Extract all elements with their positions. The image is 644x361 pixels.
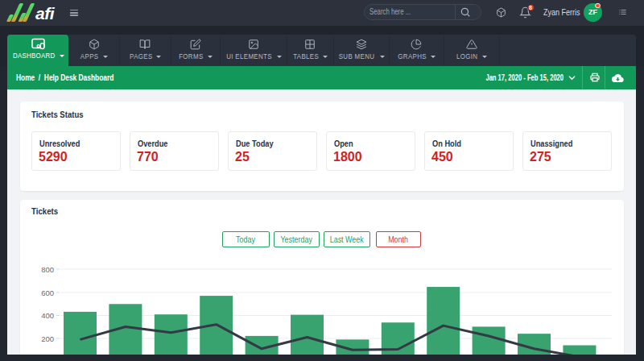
svg-text:400: 400 (41, 311, 54, 320)
svg-text:200: 200 (41, 334, 54, 343)
svg-text:800: 800 (41, 265, 54, 274)
svg-text:600: 600 (41, 288, 54, 297)
